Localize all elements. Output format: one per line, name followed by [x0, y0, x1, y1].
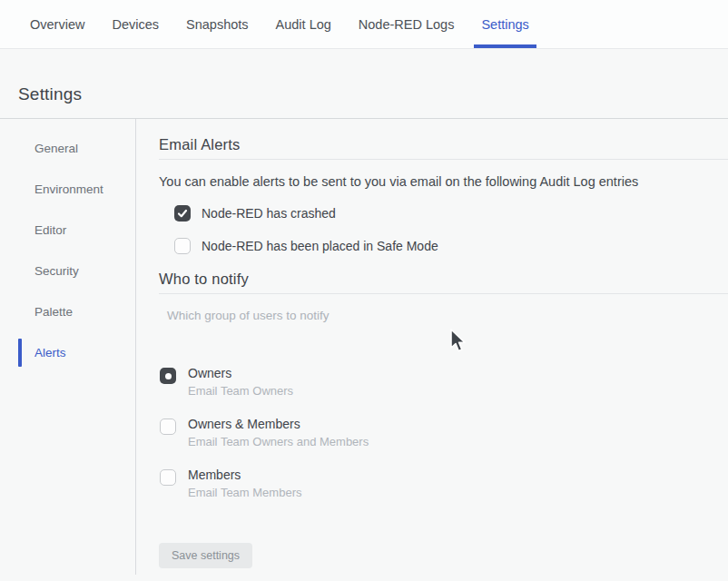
checkbox-safe-mode[interactable]	[174, 238, 191, 254]
tab-audit-log[interactable]: Audit Log	[276, 0, 331, 48]
checkbox-crashed[interactable]	[174, 205, 191, 222]
active-tab-indicator	[474, 44, 536, 48]
tab-settings[interactable]: Settings	[481, 0, 528, 48]
radio-members[interactable]	[160, 469, 176, 486]
page-title-section: Settings	[0, 49, 728, 119]
email-alerts-options: Node-RED has crashed Node-RED has been p…	[174, 205, 728, 254]
email-alerts-description: You can enable alerts to be sent to you …	[159, 174, 728, 189]
radio-members-description: Email Team Members	[188, 486, 301, 499]
checkbox-safe-mode-label[interactable]: Node-RED has been placed in Safe Mode	[202, 239, 438, 253]
sidebar-item-general-label: General	[34, 142, 78, 155]
notify-group-options: Owners Email Team Owners Owners & Member…	[160, 366, 728, 499]
active-sidebar-indicator	[18, 339, 22, 367]
page-title: Settings	[18, 84, 728, 104]
radio-owners-description: Email Team Owners	[188, 384, 293, 398]
checkbox-crashed-label[interactable]: Node-RED has crashed	[202, 206, 336, 221]
sidebar-item-security-label: Security	[34, 264, 79, 278]
radio-row-members[interactable]: Members Email Team Members	[160, 468, 728, 499]
radio-members-label[interactable]: Members	[188, 468, 301, 482]
sidebar-item-environment[interactable]: Environment	[0, 169, 135, 210]
radio-owners-label[interactable]: Owners	[188, 366, 293, 380]
sidebar-item-general[interactable]: General	[0, 128, 135, 169]
radio-owners-members-description: Email Team Owners and Members	[188, 435, 369, 448]
radio-owners-members-label[interactable]: Owners & Members	[188, 417, 369, 431]
who-to-notify-heading: Who to notify	[159, 271, 728, 294]
tab-snapshots[interactable]: Snapshots	[186, 0, 249, 48]
radio-owners-members[interactable]	[160, 419, 176, 435]
check-icon	[177, 208, 188, 219]
settings-sidebar: General Environment Editor Security Pale…	[0, 119, 136, 575]
tab-overview-label: Overview	[30, 17, 84, 32]
radio-row-owners[interactable]: Owners Email Team Owners	[160, 366, 728, 398]
checkbox-row-crashed[interactable]: Node-RED has crashed	[174, 205, 728, 222]
radio-owners[interactable]	[160, 368, 176, 384]
tab-settings-label: Settings	[481, 17, 528, 32]
sidebar-item-alerts-label: Alerts	[34, 346, 66, 359]
save-settings-button[interactable]: Save settings	[159, 543, 252, 568]
sidebar-item-alerts[interactable]: Alerts	[0, 332, 135, 373]
sidebar-item-environment-label: Environment	[34, 182, 103, 196]
radio-selected-dot-icon	[165, 373, 172, 379]
settings-page: Overview Devices Snapshots Audit Log Nod…	[0, 0, 728, 581]
tab-devices[interactable]: Devices	[112, 0, 159, 48]
who-to-notify-hint: Which group of users to notify	[167, 309, 728, 322]
tab-snapshots-label: Snapshots	[186, 17, 249, 32]
tab-audit-log-label: Audit Log	[276, 17, 331, 32]
alerts-settings-panel: Email Alerts You can enable alerts to be…	[136, 119, 728, 575]
radio-row-owners-members[interactable]: Owners & Members Email Team Owners and M…	[160, 417, 728, 448]
tab-overview[interactable]: Overview	[30, 0, 84, 48]
email-alerts-heading: Email Alerts	[159, 136, 728, 160]
top-navigation: Overview Devices Snapshots Audit Log Nod…	[0, 0, 728, 49]
tab-node-red-logs[interactable]: Node-RED Logs	[359, 0, 455, 48]
tab-devices-label: Devices	[112, 17, 159, 32]
checkbox-row-safe-mode[interactable]: Node-RED has been placed in Safe Mode	[174, 238, 728, 254]
sidebar-item-editor-label: Editor	[34, 223, 66, 237]
sidebar-item-palette-label: Palette	[34, 305, 73, 319]
settings-body: General Environment Editor Security Pale…	[0, 119, 728, 575]
sidebar-item-editor[interactable]: Editor	[0, 210, 135, 251]
sidebar-item-palette[interactable]: Palette	[0, 291, 135, 332]
tab-node-red-logs-label: Node-RED Logs	[359, 17, 455, 32]
sidebar-item-security[interactable]: Security	[0, 251, 135, 291]
